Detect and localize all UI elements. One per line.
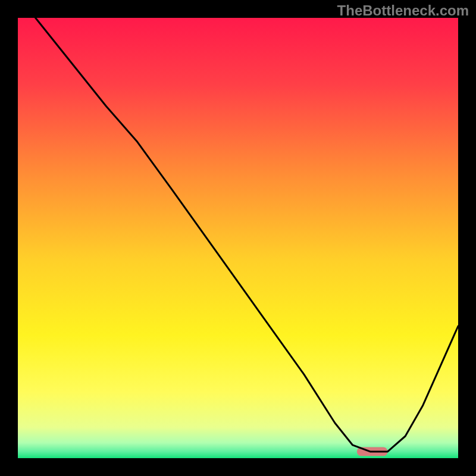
chart-svg — [0, 0, 476, 476]
plot-area — [0, 0, 476, 476]
watermark-text: TheBottleneck.com — [337, 2, 469, 19]
chart-background — [18, 18, 458, 458]
chart-container: TheBottleneck.com — [0, 0, 476, 476]
